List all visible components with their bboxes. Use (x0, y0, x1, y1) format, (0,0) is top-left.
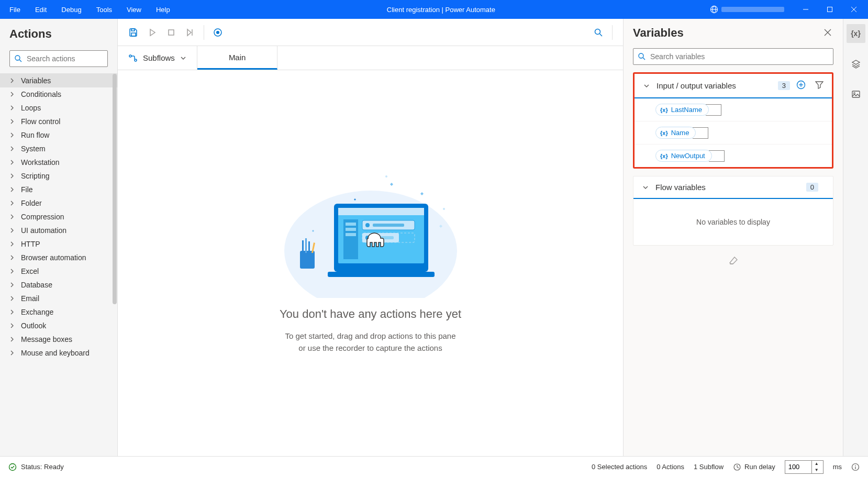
info-icon[interactable] (851, 463, 860, 471)
environment-name-redacted (721, 7, 784, 12)
action-category-exchange[interactable]: Exchange (0, 305, 117, 319)
menu-file[interactable]: File (2, 2, 28, 18)
run-button[interactable] (143, 23, 162, 42)
check-circle-icon (8, 463, 17, 471)
action-category-file[interactable]: File (0, 183, 117, 196)
chevron-down-icon (642, 184, 649, 191)
globe-icon (710, 5, 718, 14)
close-panel-button[interactable] (822, 27, 833, 40)
status-selected: 0 Selected actions (592, 463, 647, 471)
variables-title: Variables (633, 26, 684, 40)
svg-line-16 (600, 34, 603, 36)
svg-rect-20 (300, 251, 315, 269)
svg-point-32 (365, 223, 370, 227)
svg-point-40 (443, 208, 445, 210)
flow-variables-count: 0 (806, 183, 818, 192)
action-category-system[interactable]: System (0, 142, 117, 156)
action-category-database[interactable]: Database (0, 278, 117, 292)
flow-canvas[interactable]: You don't have any actions here yet To g… (118, 70, 623, 456)
action-category-workstation[interactable]: Workstation (0, 156, 117, 169)
svg-rect-4 (828, 7, 832, 12)
empty-title: You don't have any actions here yet (280, 307, 461, 321)
actions-search-input[interactable] (27, 54, 118, 63)
variables-search[interactable] (633, 48, 833, 65)
actions-panel: Actions VariablesConditionalsLoopsFlow c… (0, 19, 118, 456)
action-category-flow-control[interactable]: Flow control (0, 115, 117, 128)
svg-point-15 (595, 29, 600, 34)
window-title: Client registration | Power Automate (177, 6, 705, 14)
variable-chip[interactable]: {x}NewOutput (655, 150, 712, 162)
clear-variables-button[interactable] (624, 253, 843, 270)
svg-rect-38 (328, 272, 435, 277)
actions-category-list[interactable]: VariablesConditionalsLoopsFlow controlRu… (0, 73, 117, 456)
svg-rect-10 (131, 33, 136, 36)
rail-images-button[interactable] (847, 85, 865, 104)
step-button[interactable] (181, 23, 199, 42)
action-category-conditionals[interactable]: Conditionals (0, 87, 117, 101)
menu-tools[interactable]: Tools (89, 2, 119, 18)
search-icon (14, 54, 23, 63)
variable-row-name[interactable]: {x}Name (635, 121, 832, 145)
stop-button[interactable] (162, 23, 181, 42)
action-category-ui-automation[interactable]: UI automation (0, 224, 117, 237)
svg-rect-28 (346, 223, 356, 226)
record-button[interactable] (208, 23, 227, 42)
actions-title: Actions (0, 19, 117, 46)
menu-help[interactable]: Help (149, 2, 177, 18)
run-delay-field[interactable] (785, 463, 811, 471)
maximize-button[interactable] (818, 0, 842, 19)
variable-row-newoutput[interactable]: {x}NewOutput (635, 145, 832, 167)
search-icon (638, 52, 646, 61)
svg-rect-29 (346, 228, 356, 231)
action-category-outlook[interactable]: Outlook (0, 319, 117, 332)
menu-edit[interactable]: Edit (28, 2, 54, 18)
run-delay-label: Run delay (744, 463, 775, 471)
environment-badge[interactable] (705, 3, 789, 16)
variable-row-lastname[interactable]: {x}LastName (635, 98, 832, 121)
action-category-compression[interactable]: Compression (0, 210, 117, 224)
save-button[interactable] (124, 23, 143, 42)
svg-rect-30 (346, 233, 356, 236)
scrollbar-thumb[interactable] (113, 74, 117, 304)
svg-point-7 (15, 56, 20, 60)
action-category-scripting[interactable]: Scripting (0, 169, 117, 183)
action-category-variables[interactable]: Variables (0, 74, 117, 87)
svg-rect-23 (308, 241, 310, 253)
search-flow-button[interactable] (589, 23, 608, 42)
variables-search-input[interactable] (650, 52, 833, 61)
flow-variables-header[interactable]: Flow variables 0 (633, 176, 833, 199)
delay-decrement[interactable]: ▼ (812, 467, 821, 473)
menu-view[interactable]: View (119, 2, 149, 18)
status-bar: Status: Ready 0 Selected actions 0 Actio… (0, 456, 868, 477)
action-category-mouse-and-keyboard[interactable]: Mouse and keyboard (0, 346, 117, 360)
svg-rect-22 (305, 238, 307, 253)
variable-chip[interactable]: {x}LastName (655, 104, 709, 116)
rail-variables-button[interactable]: {x} (847, 24, 865, 43)
action-category-run-flow[interactable]: Run flow (0, 128, 117, 142)
toolbar (118, 19, 623, 46)
ms-label: ms (833, 463, 842, 471)
svg-point-17 (129, 55, 131, 57)
run-delay-input[interactable]: ▲ ▼ (785, 460, 824, 474)
action-category-http[interactable]: HTTP (0, 237, 117, 251)
action-category-browser-automation[interactable]: Browser automation (0, 251, 117, 264)
action-category-message-boxes[interactable]: Message boxes (0, 332, 117, 346)
action-category-excel[interactable]: Excel (0, 264, 117, 278)
rail-ui-elements-button[interactable] (847, 54, 865, 73)
subflows-dropdown[interactable]: Subflows (118, 46, 197, 70)
filter-variables-button[interactable] (815, 81, 824, 91)
svg-point-51 (9, 463, 16, 470)
action-category-loops[interactable]: Loops (0, 101, 117, 115)
actions-search[interactable] (9, 50, 108, 67)
add-variable-button[interactable] (796, 80, 806, 91)
chevron-down-icon (180, 55, 186, 61)
tab-main[interactable]: Main (197, 46, 278, 70)
menu-debug[interactable]: Debug (54, 2, 88, 18)
delay-increment[interactable]: ▲ (812, 461, 821, 467)
action-category-folder[interactable]: Folder (0, 196, 117, 210)
action-category-email[interactable]: Email (0, 292, 117, 305)
close-button[interactable] (842, 0, 866, 19)
variable-chip[interactable]: {x}Name (655, 127, 696, 139)
io-variables-header[interactable]: Input / output variables 3 (635, 74, 832, 98)
minimize-button[interactable] (794, 0, 818, 19)
